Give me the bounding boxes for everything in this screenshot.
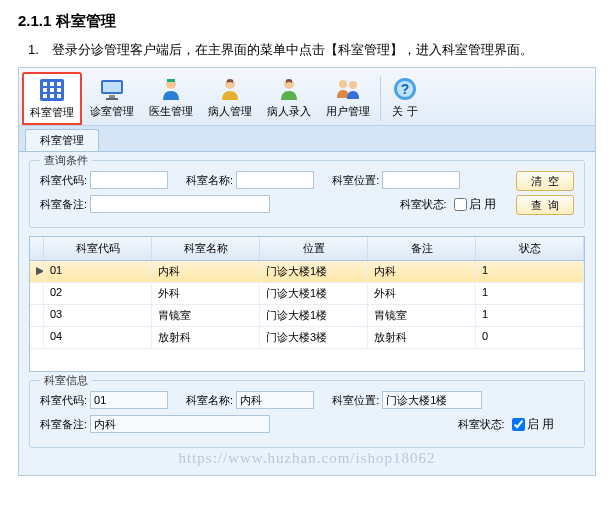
svg-rect-2 bbox=[50, 82, 54, 86]
grid-header: 科室代码 科室名称 位置 备注 状态 bbox=[30, 237, 584, 261]
svg-rect-1 bbox=[43, 82, 47, 86]
svg-rect-6 bbox=[57, 88, 61, 92]
svg-rect-12 bbox=[109, 95, 115, 98]
query-code-input[interactable] bbox=[90, 171, 168, 189]
info-group-title: 科室信息 bbox=[40, 373, 92, 388]
info-code-label: 科室代码: bbox=[40, 393, 87, 408]
dept-grid: 科室代码 科室名称 位置 备注 状态 ▶01内科门诊大楼1楼内科102外科门诊大… bbox=[29, 236, 585, 372]
query-button[interactable]: 查询 bbox=[516, 195, 574, 215]
toolbar-doctor-mgmt[interactable]: 医生管理 bbox=[142, 72, 200, 125]
cell-status: 1 bbox=[476, 283, 584, 304]
cell-code: 01 bbox=[44, 261, 152, 282]
row-marker bbox=[30, 305, 44, 326]
tab-dept-mgmt[interactable]: 科室管理 bbox=[25, 129, 99, 151]
main-toolbar: 科室管理 诊室管理 医生管理 病人管理 病人录入 bbox=[19, 68, 595, 126]
query-remark-input[interactable] bbox=[90, 195, 270, 213]
toolbar-dept-mgmt[interactable]: 科室管理 bbox=[22, 72, 82, 125]
cell-loc: 门诊大楼1楼 bbox=[260, 283, 368, 304]
svg-point-19 bbox=[349, 81, 357, 89]
remark-label: 科室备注: bbox=[40, 197, 87, 212]
cell-remark: 胃镜室 bbox=[368, 305, 476, 326]
cell-remark: 放射科 bbox=[368, 327, 476, 348]
cell-remark: 外科 bbox=[368, 283, 476, 304]
cell-remark: 内科 bbox=[368, 261, 476, 282]
grid-body: ▶01内科门诊大楼1楼内科102外科门诊大楼1楼外科103胃镜室门诊大楼1楼胃镜… bbox=[30, 261, 584, 371]
cell-status: 1 bbox=[476, 305, 584, 326]
grid-icon bbox=[37, 76, 67, 104]
info-code-input[interactable] bbox=[90, 391, 168, 409]
query-status-checkbox[interactable] bbox=[454, 198, 467, 211]
info-name-label: 科室名称: bbox=[186, 393, 233, 408]
toolbar-label: 科室管理 bbox=[30, 105, 74, 120]
query-group-title: 查询条件 bbox=[40, 153, 92, 168]
patient-entry-icon bbox=[274, 75, 304, 103]
doc-intro-text: 1. 登录分诊管理客户端后，在主界面的菜单中点击【科室管理】，进入科室管理界面。 bbox=[0, 41, 614, 67]
info-remark-input[interactable] bbox=[90, 415, 270, 433]
patient-icon bbox=[215, 75, 245, 103]
info-name-input[interactable] bbox=[236, 391, 314, 409]
cell-status: 1 bbox=[476, 261, 584, 282]
svg-text:?: ? bbox=[401, 81, 410, 97]
toolbar-user-mgmt[interactable]: 用户管理 bbox=[319, 72, 377, 125]
info-loc-label: 科室位置: bbox=[332, 393, 379, 408]
status-cb-text: 启 用 bbox=[469, 196, 496, 213]
row-marker: ▶ bbox=[30, 261, 44, 282]
watermark-text: https://www.huzhan.com/ishop18062 bbox=[29, 450, 585, 467]
query-name-input[interactable] bbox=[236, 171, 314, 189]
main-panel: 查询条件 科室代码: 科室名称: 科室位置: 科室备注: 科室状态:启 用 清空… bbox=[19, 152, 595, 475]
toolbar-room-mgmt[interactable]: 诊室管理 bbox=[83, 72, 141, 125]
info-status-checkbox[interactable] bbox=[512, 418, 525, 431]
users-icon bbox=[333, 75, 363, 103]
loc-label: 科室位置: bbox=[332, 173, 379, 188]
table-row[interactable]: 03胃镜室门诊大楼1楼胃镜室1 bbox=[30, 305, 584, 327]
clear-button[interactable]: 清空 bbox=[516, 171, 574, 191]
grid-header-name[interactable]: 科室名称 bbox=[152, 237, 260, 260]
cell-name: 内科 bbox=[152, 261, 260, 282]
cell-code: 04 bbox=[44, 327, 152, 348]
table-row[interactable]: ▶01内科门诊大楼1楼内科1 bbox=[30, 261, 584, 283]
svg-rect-4 bbox=[43, 88, 47, 92]
toolbar-patient-entry[interactable]: 病人录入 bbox=[260, 72, 318, 125]
table-row[interactable]: 02外科门诊大楼1楼外科1 bbox=[30, 283, 584, 305]
tab-bar: 科室管理 bbox=[19, 126, 595, 152]
svg-rect-11 bbox=[103, 82, 121, 92]
toolbar-separator bbox=[380, 76, 381, 121]
grid-header-loc[interactable]: 位置 bbox=[260, 237, 368, 260]
status-label: 科室状态: bbox=[400, 197, 447, 212]
info-status-label: 科室状态: bbox=[458, 417, 505, 432]
grid-header-remark[interactable]: 备注 bbox=[368, 237, 476, 260]
cell-loc: 门诊大楼1楼 bbox=[260, 305, 368, 326]
svg-rect-9 bbox=[57, 94, 61, 98]
grid-header-code[interactable]: 科室代码 bbox=[44, 237, 152, 260]
cell-name: 外科 bbox=[152, 283, 260, 304]
svg-rect-7 bbox=[43, 94, 47, 98]
toolbar-label: 用户管理 bbox=[326, 104, 370, 119]
svg-rect-8 bbox=[50, 94, 54, 98]
info-loc-input[interactable] bbox=[382, 391, 482, 409]
toolbar-label: 病人录入 bbox=[267, 104, 311, 119]
cell-status: 0 bbox=[476, 327, 584, 348]
cell-name: 胃镜室 bbox=[152, 305, 260, 326]
doctor-icon bbox=[156, 75, 186, 103]
cell-name: 放射科 bbox=[152, 327, 260, 348]
toolbar-about[interactable]: ? 关 于 bbox=[383, 72, 427, 125]
svg-rect-15 bbox=[167, 79, 175, 82]
cell-loc: 门诊大楼3楼 bbox=[260, 327, 368, 348]
name-label: 科室名称: bbox=[186, 173, 233, 188]
svg-point-18 bbox=[339, 80, 347, 88]
query-group: 查询条件 科室代码: 科室名称: 科室位置: 科室备注: 科室状态:启 用 清空… bbox=[29, 160, 585, 228]
svg-rect-13 bbox=[106, 98, 118, 100]
query-loc-input[interactable] bbox=[382, 171, 460, 189]
grid-header-status[interactable]: 状态 bbox=[476, 237, 584, 260]
row-marker bbox=[30, 283, 44, 304]
table-row[interactable]: 04放射科门诊大楼3楼放射科0 bbox=[30, 327, 584, 349]
toolbar-patient-mgmt[interactable]: 病人管理 bbox=[201, 72, 259, 125]
code-label: 科室代码: bbox=[40, 173, 87, 188]
svg-rect-5 bbox=[50, 88, 54, 92]
toolbar-label: 病人管理 bbox=[208, 104, 252, 119]
grid-header-marker bbox=[30, 237, 44, 260]
app-window: 科室管理 诊室管理 医生管理 病人管理 病人录入 bbox=[18, 67, 596, 476]
info-remark-label: 科室备注: bbox=[40, 417, 87, 432]
svg-rect-3 bbox=[57, 82, 61, 86]
row-marker bbox=[30, 327, 44, 348]
